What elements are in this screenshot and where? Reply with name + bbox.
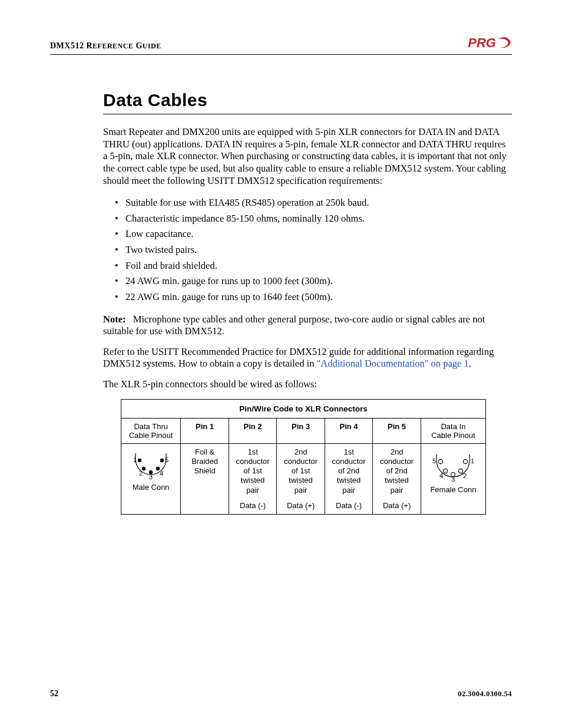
male-xlr-icon: 1 2 3 4 5 xyxy=(130,447,172,479)
col-pin2: Pin 2 xyxy=(229,418,277,443)
title-rule xyxy=(103,114,512,114)
pin4-text: 1stconductorof 2ndtwistedpair xyxy=(332,447,366,495)
table-header-row: Data Thru Cable Pinout Pin 1 Pin 2 Pin 3… xyxy=(121,418,486,443)
section-title: Data Cables xyxy=(103,90,512,110)
female-connector-cell: 1 2 3 4 5 Female Conn xyxy=(421,443,485,515)
wiring-intro: The XLR 5-pin connectors should be wired… xyxy=(103,378,512,391)
col-data-in: Data In Cable Pinout xyxy=(421,418,485,443)
female-pin-5: 5 xyxy=(432,457,436,465)
pin5-desc: 2ndconductorof 2ndtwistedpair Data (+) xyxy=(373,443,421,515)
male-pin-2: 2 xyxy=(139,470,143,477)
refer-post: . xyxy=(469,358,471,369)
data-thru-l2: Cable Pinout xyxy=(129,431,173,440)
female-pin-1: 1 xyxy=(471,457,474,465)
list-item: Foil and braid shielded. xyxy=(115,258,512,274)
col-pin3: Pin 3 xyxy=(277,418,325,443)
pin3-desc: 2ndconductorof 1sttwistedpair Data (+) xyxy=(277,443,325,515)
pinout-table-wrap: Pin/Wire Code to XLR Connectors Data Thr… xyxy=(121,399,512,515)
female-pin-4: 4 xyxy=(439,472,443,479)
male-pin-3: 3 xyxy=(149,473,153,479)
pinout-table: Pin/Wire Code to XLR Connectors Data Thr… xyxy=(121,399,486,515)
logo-swoosh-icon xyxy=(497,37,512,50)
list-item: Suitable for use with EIA485 (RS485) ope… xyxy=(115,195,512,211)
svg-point-10 xyxy=(459,469,463,473)
table-title-row: Pin/Wire Code to XLR Connectors xyxy=(121,399,486,418)
spec-list: Suitable for use with EIA485 (RS485) ope… xyxy=(103,195,512,305)
pin4-desc: 1stconductorof 2ndtwistedpair Data (-) xyxy=(325,443,373,515)
svg-point-13 xyxy=(439,459,443,463)
female-xlr-icon: 1 2 3 4 5 xyxy=(429,447,477,482)
page-header: DMX512 REFERENCE GUIDE PRG xyxy=(50,35,512,53)
male-connector-label: Male Conn xyxy=(133,483,170,492)
pin2-sign: Data (-) xyxy=(232,501,275,510)
list-item: 22 AWG min. gauge for runs up to 1640 fe… xyxy=(115,289,512,305)
pin4-sign: Data (-) xyxy=(328,501,371,510)
list-item: Characteristic impedance 85-150 ohms, no… xyxy=(115,211,512,227)
guide-title: DMX512 REFERENCE GUIDE xyxy=(50,41,161,51)
col-pin1: Pin 1 xyxy=(181,418,229,443)
refer-paragraph: Refer to the USITT Recommended Practice … xyxy=(103,346,512,370)
pin3-text: 2ndconductorof 1sttwistedpair xyxy=(284,447,318,495)
intro-paragraph: Smart Repeater and DMX200 units are equi… xyxy=(103,126,512,187)
pin2-desc: 1stconductorof 1sttwistedpair Data (-) xyxy=(229,443,277,515)
female-connector-label: Female Conn xyxy=(430,485,476,494)
female-pin-2: 2 xyxy=(463,472,467,479)
pin1-desc: Foil &BraidedShield xyxy=(181,443,229,515)
main-content: Data Cables Smart Repeater and DMX200 un… xyxy=(50,55,512,515)
list-item: Two twisted pairs. xyxy=(115,242,512,258)
male-connector-cell: 1 2 3 4 5 Male Conn xyxy=(121,443,181,515)
data-in-l2: Cable Pinout xyxy=(431,431,475,440)
list-item: Low capacitance. xyxy=(115,226,512,242)
document-number: 02.3004.0300.54 xyxy=(458,690,512,699)
page-footer: 52 02.3004.0300.54 xyxy=(50,689,512,699)
note-text: Microphone type cables and other general… xyxy=(103,314,485,337)
male-pin-4: 4 xyxy=(160,470,163,477)
page-number: 52 xyxy=(50,689,58,699)
male-pin-5: 5 xyxy=(165,456,168,463)
col-pin5: Pin 5 xyxy=(373,418,421,443)
list-item: 24 AWG min. gauge for runs up to 1000 fe… xyxy=(115,274,512,289)
guide-title-text: DMX512 REFERENCE GUIDE xyxy=(50,41,161,50)
additional-documentation-link[interactable]: "Additional Documentation" on page 1 xyxy=(317,358,469,369)
female-pin-3: 3 xyxy=(451,476,455,482)
svg-point-6 xyxy=(160,458,164,462)
pin1-text: Foil &BraidedShield xyxy=(191,447,218,476)
note-paragraph: Note: Microphone type cables and other g… xyxy=(103,314,512,338)
pin3-sign: Data (+) xyxy=(279,501,322,510)
pin2-text: 1stconductorof 1sttwistedpair xyxy=(236,447,270,495)
pin5-sign: Data (+) xyxy=(375,501,418,510)
svg-point-2 xyxy=(138,458,141,462)
data-in-l1: Data In xyxy=(441,422,465,431)
logo-text: PRG xyxy=(468,35,496,51)
svg-point-12 xyxy=(444,469,448,473)
table-data-row: 1 2 3 4 5 Male Conn Foil &BraidedShield … xyxy=(121,443,486,515)
pin5-text: 2ndconductorof 2ndtwistedpair xyxy=(380,447,414,495)
note-label: Note: xyxy=(103,314,125,325)
col-pin4: Pin 4 xyxy=(325,418,373,443)
male-pin-1: 1 xyxy=(133,456,137,463)
prg-logo: PRG xyxy=(468,35,512,51)
table-title: Pin/Wire Code to XLR Connectors xyxy=(121,399,486,418)
svg-point-9 xyxy=(464,459,468,463)
col-data-thru: Data Thru Cable Pinout xyxy=(121,418,181,443)
data-thru-l1: Data Thru xyxy=(134,422,168,431)
